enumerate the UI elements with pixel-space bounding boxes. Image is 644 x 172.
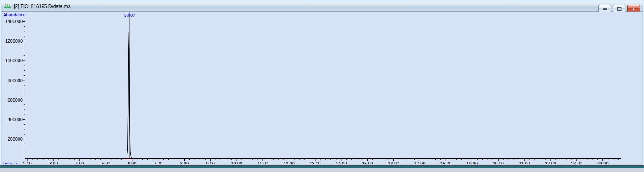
maximize-icon	[617, 7, 621, 11]
y-tick-label: 400000	[8, 117, 23, 122]
chart-content-area: 2000004000006000008000001000000120000014…	[2, 12, 642, 164]
chromatogram-window: [2] TIC: 816195.D\data.ms x 200000400000…	[0, 0, 644, 166]
x-tick-label: 13.00	[310, 161, 321, 164]
y-tick-label: 800000	[8, 78, 23, 83]
y-tick-label: 1200000	[5, 39, 23, 43]
titlebar[interactable]: [2] TIC: 816195.D\data.ms x	[1, 1, 643, 12]
x-tick-label: 3.00	[49, 161, 58, 164]
chromatogram-plot[interactable]: 2000004000006000008000001000000120000014…	[2, 12, 642, 164]
peak-rt-label: 5.907	[124, 13, 135, 18]
x-tick-label: 5.00	[102, 161, 110, 164]
y-axis-ticks: 2000004000006000008000001000000120000014…	[5, 19, 25, 154]
x-tick-label: 6.00	[128, 161, 136, 164]
background-gray-band	[0, 168, 644, 172]
x-tick-label: 4.00	[75, 161, 84, 164]
x-tick-label: 16.00	[388, 161, 399, 164]
chromatogram-icon	[4, 3, 11, 9]
x-tick-label: 2.00	[23, 161, 31, 164]
x-tick-label: 11.00	[258, 161, 268, 164]
x-tick-label: 12.00	[283, 161, 295, 164]
y-tick-label: 600000	[8, 98, 23, 102]
x-tick-label: 20.00	[492, 161, 504, 164]
x-tick-label: 24.00	[597, 161, 609, 164]
window-title: [2] TIC: 816195.D\data.ms	[14, 4, 71, 9]
x-tick-label: 7.00	[154, 161, 162, 164]
close-icon: x	[628, 5, 640, 12]
minimize-icon	[603, 8, 607, 10]
x-axis-ticks: 2.003.004.005.006.007.008.009.0010.0011.…	[23, 159, 618, 164]
x-tick-label: 10.00	[231, 161, 242, 164]
y-tick-label: 200000	[8, 137, 23, 141]
x-axis-title: Time-->	[2, 161, 18, 164]
x-tick-label: 14.00	[336, 161, 347, 164]
y-tick-label: 1400000	[5, 19, 23, 24]
tic-trace	[25, 32, 621, 159]
x-tick-label: 21.00	[519, 161, 530, 164]
x-tick-label: 8.00	[180, 161, 189, 164]
x-tick-label: 15.00	[362, 161, 373, 164]
x-tick-label: 9.00	[206, 161, 215, 164]
x-tick-label: 23.00	[571, 161, 582, 164]
x-tick-label: 18.00	[440, 161, 452, 164]
y-axis-title: Abundance	[3, 12, 26, 17]
x-tick-label: 22.00	[545, 161, 556, 164]
y-tick-label: 1000000	[5, 58, 23, 63]
x-tick-label: 19.00	[467, 161, 478, 164]
x-tick-label: 17.00	[414, 161, 426, 164]
